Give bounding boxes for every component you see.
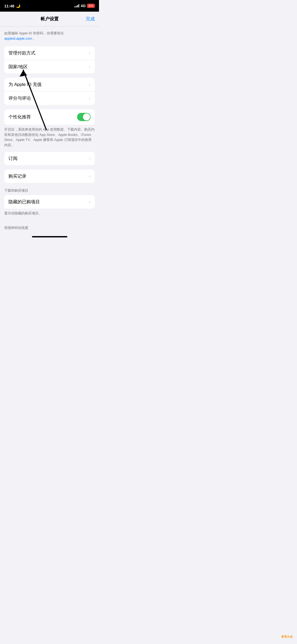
country-chevron: › bbox=[89, 64, 91, 70]
personalized-toggle[interactable] bbox=[77, 113, 91, 121]
personalized-row: 个性化推荐 bbox=[4, 109, 95, 125]
download-section: 下载和购买项目 隐藏的已购项目 › 显示你隐藏的购买项目。 bbox=[0, 188, 99, 220]
payment-country-card: 管理付款方式 › 国家/地区 › bbox=[4, 46, 95, 73]
status-right: 4G 17+ bbox=[74, 4, 95, 8]
signal-icon bbox=[74, 4, 79, 7]
topup-ratings-card: 为 Apple ID 充值 › 评分与评论 › bbox=[4, 78, 95, 105]
battery: 17+ bbox=[87, 4, 95, 8]
purchase-row[interactable]: 购买记录 › bbox=[4, 169, 95, 183]
hidden-chevron: › bbox=[89, 199, 91, 205]
payment-row[interactable]: 管理付款方式 › bbox=[4, 46, 95, 60]
status-bar: 11:48 🌙 4G 17+ bbox=[0, 0, 99, 12]
payment-chevron: › bbox=[89, 50, 91, 56]
home-bar bbox=[32, 236, 67, 237]
hidden-desc: 显示你隐藏的购买项目。 bbox=[0, 209, 99, 220]
topup-label: 为 Apple ID 充值 bbox=[8, 81, 42, 88]
subscription-card: 订阅 › bbox=[4, 152, 95, 165]
topup-chevron: › bbox=[89, 82, 91, 87]
ratings-chevron: › bbox=[89, 96, 91, 101]
ratings-row[interactable]: 评分与评论 › bbox=[4, 91, 95, 105]
section-label: 下载和购买项目 bbox=[0, 188, 99, 195]
nav-bar: 帐户设置 完成 bbox=[0, 12, 99, 26]
toggle-knob bbox=[83, 113, 90, 121]
battery-level: 17+ bbox=[87, 4, 95, 8]
done-button[interactable]: 完成 bbox=[86, 16, 95, 22]
country-row[interactable]: 国家/地区 › bbox=[4, 60, 95, 73]
subscription-chevron: › bbox=[89, 156, 91, 161]
signal-bar-3 bbox=[77, 5, 78, 7]
hidden-label: 隐藏的已购项目 bbox=[8, 199, 40, 205]
moon-icon: 🌙 bbox=[16, 4, 20, 8]
time-label: 11:48 bbox=[4, 4, 14, 8]
content: 如需编辑 Apple ID 和密码，你需要前往 appleid.apple.co… bbox=[0, 26, 99, 241]
topup-row[interactable]: 为 Apple ID 充值 › bbox=[4, 78, 95, 91]
personalized-card: 个性化推荐 bbox=[4, 109, 95, 125]
payment-label: 管理付款方式 bbox=[8, 50, 35, 56]
personalized-label: 个性化推荐 bbox=[8, 114, 31, 120]
purchase-chevron: › bbox=[89, 174, 91, 179]
status-time: 11:48 🌙 bbox=[4, 4, 20, 8]
signal-bar-4 bbox=[78, 4, 79, 7]
subscription-row[interactable]: 订阅 › bbox=[4, 152, 95, 165]
country-right: › bbox=[89, 64, 91, 70]
signal-bar-2 bbox=[76, 6, 77, 7]
apple-id-link[interactable]: appleid.apple.com bbox=[4, 36, 32, 40]
subscription-label: 订阅 bbox=[8, 155, 17, 162]
purchase-label: 购买记录 bbox=[8, 173, 26, 179]
hidden-row[interactable]: 隐藏的已购项目 › bbox=[4, 195, 95, 209]
purchase-card: 购买记录 › bbox=[4, 169, 95, 183]
info-text: 如需编辑 Apple ID 和密码，你需要前往 appleid.apple.co… bbox=[0, 26, 99, 46]
network-label: 4G bbox=[81, 4, 86, 8]
nav-title: 帐户设置 bbox=[41, 16, 59, 22]
personalized-desc: 开启后，系统将使用你的 App 使用数据、下载内容、购买内容和其他活动数据优化 … bbox=[0, 125, 99, 152]
signal-bar-1 bbox=[74, 6, 75, 7]
hidden-card: 隐藏的已购项目 › bbox=[4, 195, 95, 209]
ratings-label: 评分与评论 bbox=[8, 95, 31, 101]
footer-label: 简报和特别优惠 bbox=[0, 224, 99, 232]
home-indicator bbox=[0, 232, 99, 241]
payment-right: › bbox=[89, 50, 91, 56]
country-label: 国家/地区 bbox=[8, 64, 28, 70]
